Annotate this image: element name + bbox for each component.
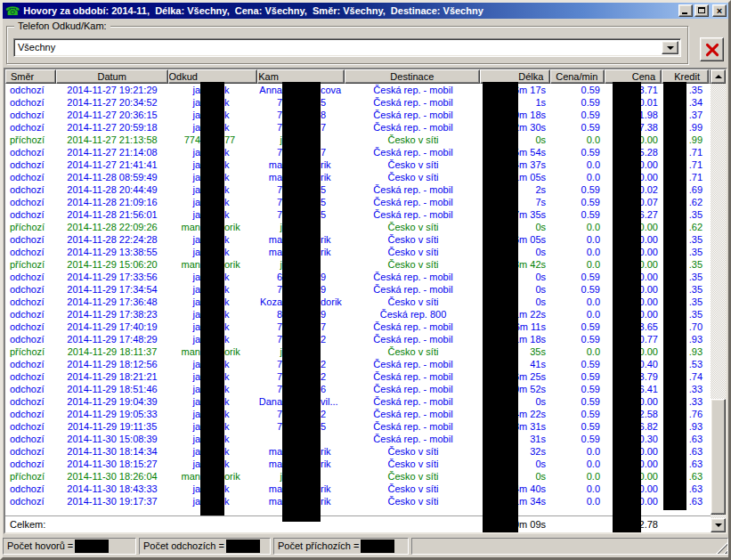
destination-cell: Česká rep. - mobil [345, 208, 481, 221]
calls-count-label: Počet hovorů = [7, 539, 73, 554]
scroll-down-button[interactable] [711, 518, 726, 532]
phone-filter-combobox[interactable]: Všechny [13, 38, 681, 57]
call-row[interactable]: odchozí2014-11-29 19:11:35jak75Česká rep… [5, 420, 711, 433]
call-row[interactable]: odchozí2014-11-27 20:36:15jak78Česká rep… [5, 109, 711, 121]
call-row[interactable]: odchozí2014-11-29 17:40:19jak77Česká rep… [5, 321, 711, 333]
direction-cell: odchozí [5, 109, 56, 121]
call-row[interactable]: odchozí2014-11-30 15:08:39jakČeská rep. … [5, 433, 711, 445]
call-row[interactable]: odchozí2014-11-30 18:15:27jakmarikČesko … [5, 458, 711, 470]
grid-header: SměrDatumOdkudKamDestinaceDélkaCena/minC… [5, 69, 711, 84]
call-row[interactable]: odchozí2014-11-27 20:34:52jak75Česká rep… [5, 96, 711, 109]
call-row[interactable]: odchozí2014-11-29 18:12:56jak72Česká rep… [5, 358, 711, 370]
destination-cell: Česká rep. - mobil [345, 433, 481, 445]
window-controls: × [677, 4, 727, 17]
resize-grip[interactable] [716, 542, 727, 554]
price-per-min-cell: 0.59 [552, 321, 606, 333]
direction-cell: odchozí [5, 233, 56, 246]
date-cell: 2014-11-28 08:59:49 [56, 171, 168, 183]
scrollbar-thumb[interactable] [711, 399, 726, 515]
destination-cell: Česká rep. - mobil [345, 370, 481, 383]
date-cell: 2014-11-29 13:38:55 [56, 246, 168, 258]
direction-cell: odchozí [5, 208, 56, 221]
call-row[interactable]: příchozí2014-11-29 18:11:37manorikjČesko… [5, 345, 711, 358]
call-row[interactable]: odchozí2014-11-29 19:05:33jak72Česká rep… [5, 408, 711, 420]
call-row[interactable]: příchozí2014-11-27 21:13:5877477jČesko v… [5, 134, 711, 146]
date-cell: 2014-11-29 17:40:19 [56, 321, 168, 333]
call-row[interactable]: odchozí2014-11-27 19:21:29jakAnnacovaČes… [5, 84, 711, 96]
date-cell: 2014-11-27 20:34:52 [56, 96, 168, 109]
price-per-min-cell: 0.0 [552, 308, 606, 321]
redacted-incoming-count [361, 540, 394, 553]
call-row[interactable]: odchozí2014-11-28 21:09:16jak75Česká rep… [5, 196, 711, 208]
close-button[interactable]: × [712, 4, 727, 17]
call-row[interactable]: odchozí2014-11-29 17:36:48jakKozadorikČe… [5, 296, 711, 308]
arrow-up-icon [715, 75, 722, 78]
scroll-up-button[interactable] [711, 69, 726, 84]
combobox-dropdown-button[interactable] [662, 41, 678, 54]
call-row[interactable]: odchozí2014-11-28 21:56:01jak75Česká rep… [5, 208, 711, 221]
call-row[interactable]: odchozí2014-11-28 08:59:49jakmarikČesko … [5, 171, 711, 183]
price-per-min-cell: 0.0 [552, 221, 606, 233]
call-row[interactable]: odchozí2014-11-29 18:51:46jak76Česká rep… [5, 383, 711, 395]
column-header-datum[interactable]: Datum [56, 69, 168, 84]
destination-cell: Česká rep. - mobil [345, 333, 481, 345]
outgoing-count-label: Počet odchozích = [143, 539, 224, 554]
price-per-min-cell: 0.59 [552, 383, 606, 395]
destination-cell: Česká rep. - mobil [345, 395, 481, 408]
call-row[interactable]: odchozí2014-11-29 17:38:23jak89Česká rep… [5, 308, 711, 321]
date-cell: 2014-11-28 20:44:49 [56, 183, 168, 196]
column-header-destinace[interactable]: Destinace [345, 69, 480, 84]
call-row[interactable]: odchozí2014-11-27 20:59:18jak77Česká rep… [5, 121, 711, 134]
call-row[interactable]: odchozí2014-11-28 20:44:49jak75Česká rep… [5, 183, 711, 196]
maximize-button[interactable] [694, 4, 709, 17]
call-row[interactable]: odchozí2014-11-29 18:21:21jak72Česká rep… [5, 370, 711, 383]
call-row[interactable]: odchozí2014-11-30 18:14:34jakmarikČesko … [5, 445, 711, 458]
maximize-icon [698, 7, 705, 13]
vertical-scrollbar[interactable] [711, 69, 726, 532]
call-row[interactable]: odchozí2014-11-29 13:38:55jakmarikČesko … [5, 246, 711, 258]
call-row[interactable]: odchozí2014-11-27 21:14:08jak77Česká rep… [5, 146, 711, 158]
call-row[interactable]: odchozí2014-11-29 17:33:56jak69Česká rep… [5, 271, 711, 283]
minimize-button[interactable] [678, 4, 693, 17]
call-row[interactable]: příchozí2014-11-30 18:26:04manorikjČesko… [5, 470, 711, 483]
direction-cell: odchozí [5, 246, 56, 258]
date-cell: 2014-11-29 18:51:46 [56, 383, 168, 395]
call-row[interactable]: příchozí2014-11-28 22:09:26manorikjČesko… [5, 221, 711, 233]
price-per-min-cell: 0.59 [552, 96, 606, 109]
destination-cell: Česká rep. - mobil [345, 420, 481, 433]
destination-cell: Česko v síti [345, 470, 481, 483]
call-row[interactable]: příchozí2014-11-29 15:06:20manorikjČesko… [5, 258, 711, 271]
date-cell: 2014-11-29 15:06:20 [56, 258, 168, 271]
direction-cell: odchozí [5, 296, 56, 308]
date-cell: 2014-11-29 17:33:56 [56, 271, 168, 283]
call-row[interactable]: odchozí2014-11-29 17:48:29jak72Česká rep… [5, 333, 711, 345]
column-header-sm-r[interactable]: Směr [5, 69, 56, 84]
direction-cell: odchozí [5, 333, 56, 345]
redaction-bar [282, 82, 321, 522]
destination-cell: Česká rep. - mobil [345, 408, 481, 420]
call-row[interactable]: odchozí2014-11-28 22:24:28jakmarikČesko … [5, 233, 711, 246]
redacted-outgoing-count [226, 540, 260, 553]
chevron-down-icon [667, 46, 674, 50]
direction-cell: odchozí [5, 370, 56, 383]
date-cell: 2014-11-28 22:24:28 [56, 233, 168, 246]
call-row[interactable]: odchozí2014-11-27 21:41:41jakmarikČesko … [5, 158, 711, 171]
call-row[interactable]: odchozí2014-11-29 17:34:54jak79Česká rep… [5, 283, 711, 296]
grid-body: odchozí2014-11-27 19:21:29jakAnnacovaČes… [5, 84, 711, 516]
price-per-min-cell: 0.0 [552, 445, 606, 458]
call-row[interactable]: odchozí2014-11-30 18:43:33jakmarikČesko … [5, 483, 711, 495]
call-row[interactable]: odchozí2014-11-29 19:04:39jakDanavil...Č… [5, 395, 711, 408]
clear-filter-button[interactable] [700, 37, 724, 61]
column-header-cena-min[interactable]: Cena/min [550, 69, 605, 84]
minimize-icon [682, 12, 687, 14]
direction-cell: odchozí [5, 408, 56, 420]
price-per-min-cell: 0.59 [552, 121, 606, 134]
call-row[interactable]: odchozí2014-11-30 19:17:37jakmarikČesko … [5, 495, 711, 507]
destination-cell: Česko v síti [345, 458, 481, 470]
destination-cell: Česká rep. - mobil [345, 358, 481, 370]
price-per-min-cell: 0.59 [552, 183, 606, 196]
destination-cell: Česká rep. - mobil [345, 321, 481, 333]
price-per-min-cell: 0.0 [552, 458, 606, 470]
direction-cell: odchozí [5, 483, 56, 495]
price-per-min-cell: 0.59 [552, 146, 606, 158]
